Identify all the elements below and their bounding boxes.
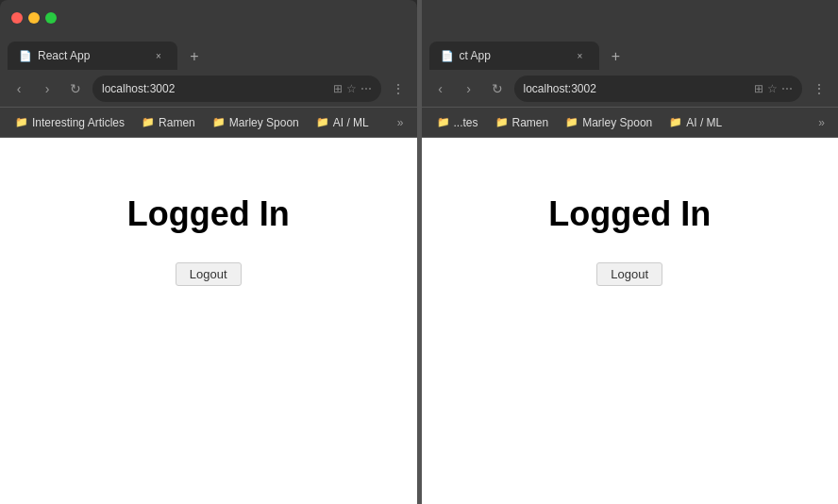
tab-icon-2: 📄 [441,50,454,62]
close-button-1[interactable] [11,12,23,24]
url-bar-2[interactable]: localhost:3002 ⊞ ☆ ⋯ [514,76,803,102]
translate-icon-1[interactable]: ⊞ [333,82,343,95]
star-icon-2[interactable]: ☆ [767,82,778,95]
bookmark-label-1: Interesting Articles [32,116,125,129]
bookmark-label-3: Marley Spoon [229,116,299,129]
bookmark-ramen-1[interactable]: 📁 Ramen [134,113,203,132]
maximize-button-1[interactable] [45,12,57,24]
page-content-1: Logged In Logout [0,138,417,504]
url-bar-1[interactable]: localhost:3002 ⊞ ☆ ⋯ [92,76,381,102]
traffic-lights-1 [11,12,57,24]
bookmark-folder-icon-3: 📁 [212,116,226,128]
browser-window-2: 📄 ct App × + ‹ › ↻ localhost:3002 ⊞ ☆ ⋯ … [422,0,839,504]
forward-button-1[interactable]: › [36,77,59,100]
title-bar-2 [422,0,839,36]
page-content-2: Logged In Logout [422,138,839,504]
bookmark-aiml-2[interactable]: 📁 AI / ML [662,113,729,132]
bookmark-folder-icon-4: 📁 [316,116,329,128]
browser-window-1: 📄 React App × + ‹ › ↻ localhost:3002 ⊞ ☆… [0,0,418,504]
url-icons-1: ⊞ ☆ ⋯ [333,82,372,95]
tab-bar-1: 📄 React App × + [0,36,417,70]
bookmark-sites-2[interactable]: 📁 ...tes [429,113,486,132]
bookmark-folder-icon-2: 📁 [142,116,155,128]
bookmarks-bar-1: 📁 Interesting Articles 📁 Ramen 📁 Marley … [0,108,417,138]
address-bar-2: ‹ › ↻ localhost:3002 ⊞ ☆ ⋯ ⋮ [422,70,839,108]
bookmark-label-4: AI / ML [333,116,369,129]
bookmark-aiml-1[interactable]: 📁 AI / ML [309,113,377,132]
url-text-1: localhost:3002 [102,82,175,95]
bookmark-label-7: Marley Spoon [582,116,652,129]
translate-icon-2[interactable]: ⊞ [754,82,763,95]
page-heading-2: Logged In [548,194,711,234]
settings-icon-1[interactable]: ⋯ [360,82,372,95]
active-tab-2[interactable]: 📄 ct App × [429,42,599,70]
logout-button-2[interactable]: Logout [596,262,662,286]
refresh-button-2[interactable]: ↻ [486,77,509,100]
minimize-button-1[interactable] [28,12,40,24]
tab-title-1: React App [38,49,145,62]
url-text-2: localhost:3002 [524,82,596,95]
bookmark-folder-icon-6: 📁 [495,116,509,128]
bookmark-folder-icon-7: 📁 [565,116,578,128]
menu-button-1[interactable]: ⋮ [387,77,410,100]
tab-close-1[interactable]: × [151,48,166,63]
page-heading-1: Logged In [127,194,290,234]
bookmark-folder-icon-5: 📁 [437,116,450,128]
address-bar-1: ‹ › ↻ localhost:3002 ⊞ ☆ ⋯ ⋮ [0,70,417,108]
bookmarks-more-1[interactable]: » [392,113,410,132]
refresh-button-1[interactable]: ↻ [64,77,87,100]
bookmark-marley-spoon-1[interactable]: 📁 Marley Spoon [205,113,307,132]
title-bar-1 [0,0,417,36]
active-tab-1[interactable]: 📄 React App × [8,42,177,70]
bookmark-label-8: AI / ML [686,116,722,129]
menu-button-2[interactable]: ⋮ [808,77,830,100]
url-icons-2: ⊞ ☆ ⋯ [754,82,793,95]
bookmark-interesting-articles[interactable]: 📁 Interesting Articles [8,113,132,132]
bookmark-folder-icon-8: 📁 [669,116,682,128]
back-button-2[interactable]: ‹ [429,77,452,100]
bookmark-folder-icon-1: 📁 [15,116,28,128]
tab-bar-2: 📄 ct App × + [422,36,839,70]
tab-close-2[interactable]: × [573,48,588,63]
bookmarks-bar-2: 📁 ...tes 📁 Ramen 📁 Marley Spoon 📁 AI / M… [422,108,839,138]
new-tab-button-2[interactable]: + [603,43,629,70]
forward-button-2[interactable]: › [458,77,480,100]
tab-icon-1: 📄 [19,50,32,62]
new-tab-button-1[interactable]: + [181,43,208,70]
bookmarks-more-2[interactable]: » [813,113,830,132]
bookmark-marley-spoon-2[interactable]: 📁 Marley Spoon [558,113,660,132]
back-button-1[interactable]: ‹ [8,77,30,100]
star-icon-1[interactable]: ☆ [346,82,357,95]
bookmark-label-6: Ramen [512,116,549,129]
settings-icon-2[interactable]: ⋯ [781,82,793,95]
tab-title-2: ct App [460,49,567,62]
bookmark-ramen-2[interactable]: 📁 Ramen [488,113,557,132]
logout-button-1[interactable]: Logout [176,262,242,286]
bookmark-label-5: ...tes [454,116,478,129]
bookmark-label-2: Ramen [159,116,195,129]
